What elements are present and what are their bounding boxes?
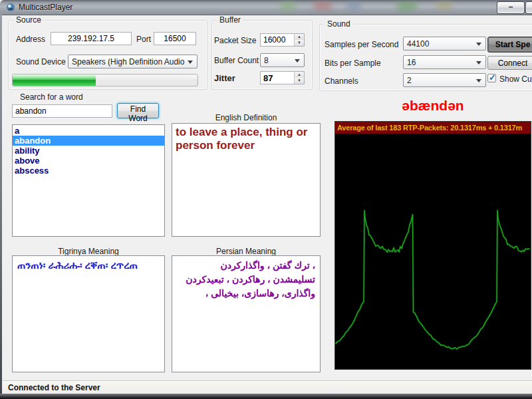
english-definition-text: to leave a place, thing or person foreve… [172,124,320,154]
list-item[interactable]: above [13,156,164,166]
packet-size-value[interactable] [261,34,297,46]
english-definition-label: English Definition [172,113,321,122]
port-input[interactable] [154,32,196,45]
bits-per-sample-value: 16 [407,58,416,67]
tigrinya-meaning-label: Tigrinya Meaning [12,247,165,256]
sound-device-combobox[interactable]: Speakers (High Definition Audio [68,55,198,68]
search-label: Search for a word [20,92,83,102]
channels-label: Channels [325,76,358,86]
tigrinya-meaning-text: ጠንጠነ፡ ራሕሪሑ፡ ረቐጠ፡ ረጥረጠ [13,256,164,275]
waveform-canvas [335,134,531,369]
jitter-stepper[interactable]: ▲▼ [260,71,305,84]
channels-value: 2 [407,76,412,85]
persian-meaning-box[interactable]: ، ترك گفتن ، واگذاركردن تسليمشدن ، رهاكر… [172,255,321,372]
list-item[interactable]: abscess [13,166,164,176]
bits-per-sample-label: Bits per Sample [325,59,381,68]
glass-blur-decoration [436,1,453,10]
title-bar: MulticastPlayer – □ [0,0,532,15]
glass-blur-decoration [279,1,297,11]
packet-size-label: Packet Size [214,36,256,45]
persian-meaning-label: Persian Meaning [172,247,321,256]
glass-blur-decoration [313,1,332,11]
window-left-border [0,15,2,394]
packet-size-stepper[interactable]: ▲▼ [260,33,305,47]
status-bar: Connected to the Server [2,380,532,394]
port-label: Port [136,35,151,44]
bits-per-sample-combobox[interactable]: 16 [403,55,486,69]
chevron-down-icon [476,79,481,82]
show-checkbox-label: Show Cur [499,74,532,84]
glass-blur-decoration [396,1,418,11]
list-item[interactable]: abandon [13,136,164,146]
address-input[interactable] [51,32,132,45]
source-group-legend: Source [13,15,44,25]
app-window: MulticastPlayer – □ Source Address Port … [0,0,532,399]
list-item[interactable]: a [13,126,164,136]
status-text: Connected to the Server [8,383,100,392]
samples-per-second-combobox[interactable]: 44100 [403,37,486,51]
sound-device-value: Speakers (High Definition Audio [72,57,184,66]
window-title: MulticastPlayer [19,3,72,12]
channels-combobox[interactable]: 2 [403,73,486,87]
glass-blur-decoration [346,2,362,10]
progressbar-gloss [13,74,198,80]
address-label: Address [16,35,45,44]
spin-down-icon[interactable]: ▼ [295,40,304,46]
window-bottom-border [0,394,532,399]
samples-per-second-value: 44100 [407,39,429,49]
minimize-button[interactable]: – [497,1,525,14]
jitter-label: Jitter [214,73,235,83]
chevron-down-icon [476,61,481,65]
tigrinya-meaning-box[interactable]: ጠንጠነ፡ ራሕሪሑ፡ ረቐጠ፡ ረጥረጠ [12,255,165,372]
chevron-down-icon [295,59,300,63]
rtp-waveform-panel: Average of last 183 RTP-Packets: 20.1317… [334,121,531,370]
samples-per-second-label: Samples per Second [325,40,398,49]
buffer-count-value: 8 [264,56,269,65]
chevron-down-icon [188,61,193,64]
buffer-progressbar [12,74,198,86]
start-speaking-button[interactable]: Start Spe [487,37,532,53]
app-icon [6,3,15,12]
connect-button[interactable]: Connect [487,56,532,70]
sound-device-label: Sound Device [16,57,66,66]
rtp-stats-header: Average of last 183 RTP-Packets: 20.1317… [335,122,531,134]
maximize-button[interactable]: □ [525,1,532,14]
jitter-value[interactable] [261,72,297,84]
word-list[interactable]: aabandonabilityaboveabscess [12,124,165,237]
find-word-button[interactable]: Find Word [117,103,159,118]
buffer-group-legend: Buffer [217,15,243,25]
list-item[interactable]: ability [13,146,164,156]
search-input[interactable] [12,104,112,118]
persian-meaning-text: ، ترك گفتن ، واگذاركردن تسليمشدن ، رهاكر… [172,256,320,303]
sound-group-legend: Sound [325,19,353,29]
spin-down-icon[interactable]: ▼ [295,78,304,84]
phonetic-text: əbændən [334,98,531,114]
buffer-count-combobox[interactable]: 8 [260,53,305,67]
chevron-down-icon [476,43,481,46]
english-definition-box[interactable]: to leave a place, thing or person foreve… [172,123,321,237]
buffer-count-label: Buffer Count [214,56,259,65]
show-checkbox-box[interactable] [487,74,496,82]
